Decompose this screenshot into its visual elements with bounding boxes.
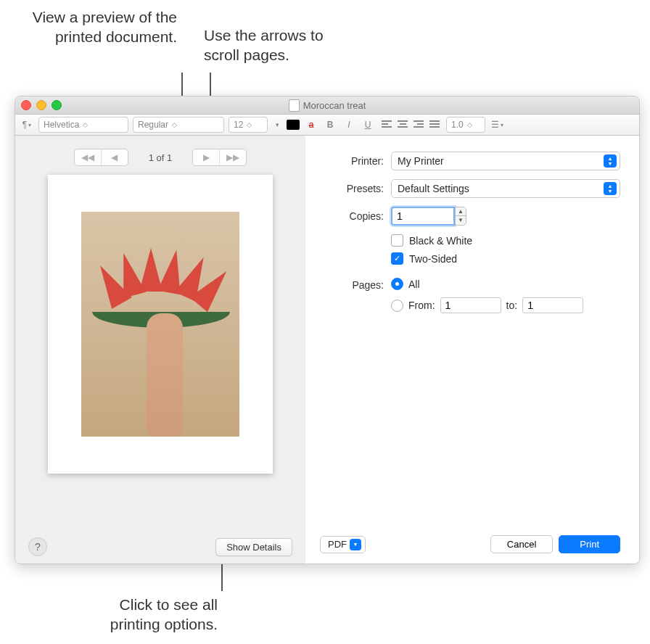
printer-value: My Printer xyxy=(398,155,444,167)
black-white-label: Black & White xyxy=(409,235,472,247)
strikethrough-color-icon[interactable]: a xyxy=(304,117,318,132)
chevron-down-icon: ▼ xyxy=(350,539,361,550)
align-left-icon[interactable] xyxy=(379,117,394,132)
align-justify-icon[interactable] xyxy=(427,117,442,132)
window-title-text: Moroccan treat xyxy=(303,100,366,111)
popup-arrows-icon: ▲▼ xyxy=(604,182,617,195)
page-thumbnail xyxy=(48,175,273,474)
dialog-footer: PDF ▼ Cancel Print xyxy=(320,525,620,553)
preview-footer: ? Show Details xyxy=(28,527,292,556)
black-white-row: Black & White xyxy=(391,234,620,247)
pages-all-row: All xyxy=(391,278,583,290)
presets-row: Presets: Default Settings ▲▼ xyxy=(320,179,620,198)
list-style-icon[interactable]: ☰▾ xyxy=(490,117,504,132)
align-right-icon[interactable] xyxy=(411,117,426,132)
pages-range-row: From: to: xyxy=(391,297,583,313)
black-white-checkbox[interactable] xyxy=(391,234,403,247)
line-spacing-popup[interactable]: 1.0◇ xyxy=(446,117,485,133)
font-size-value: 12 xyxy=(234,120,243,130)
copies-stepper: ▲ ▼ xyxy=(391,207,466,226)
printer-popup[interactable]: My Printer ▲▼ xyxy=(391,152,620,170)
pages-all-label: All xyxy=(408,278,420,290)
two-sided-label: Two-Sided xyxy=(409,253,457,265)
watermelon-illustration xyxy=(92,248,230,321)
pages-options: All From: to: xyxy=(391,278,583,313)
copies-label: Copies: xyxy=(320,210,391,222)
printer-row: Printer: My Printer ▲▼ xyxy=(320,152,620,170)
annotation-arrows: Use the arrows to scroll pages. xyxy=(204,25,342,65)
presets-label: Presets: xyxy=(320,183,391,194)
document-photo xyxy=(81,212,239,437)
first-page-button[interactable]: ◀◀ xyxy=(75,149,101,165)
presets-popup[interactable]: Default Settings ▲▼ xyxy=(391,179,620,198)
page-navigator: ◀◀ ◀ 1 of 1 ▶ ▶▶ xyxy=(28,149,292,166)
format-toolbar: ¶▾ Helvetica◇ Regular◇ 12◇ ▾ a B I U 1.0… xyxy=(15,115,639,136)
alignment-group xyxy=(379,117,442,132)
page-prev-group: ◀◀ ◀ xyxy=(74,149,128,166)
font-style-popup[interactable]: Regular◇ xyxy=(133,117,224,133)
align-center-icon[interactable] xyxy=(395,117,410,132)
bold-button[interactable]: B xyxy=(323,117,337,132)
copies-input[interactable] xyxy=(391,207,455,226)
font-size-popup[interactable]: 12◇ xyxy=(229,117,268,133)
app-window: Moroccan treat ¶▾ Helvetica◇ Regular◇ 12… xyxy=(15,96,640,564)
titlebar: Moroccan treat xyxy=(15,96,639,115)
copies-row: Copies: ▲ ▼ xyxy=(320,207,620,226)
font-family-value: Helvetica xyxy=(44,120,79,130)
print-dialog: ◀◀ ◀ 1 of 1 ▶ ▶▶ xyxy=(15,136,639,564)
presets-value: Default Settings xyxy=(398,183,469,194)
line-spacing-value: 1.0 xyxy=(451,120,464,130)
pages-to-label: to: xyxy=(506,300,518,311)
copies-step-buttons: ▲ ▼ xyxy=(455,207,466,226)
paragraph-menu[interactable]: ¶▾ xyxy=(20,117,34,132)
page-preview-area xyxy=(28,175,292,527)
pages-range-radio[interactable] xyxy=(391,300,403,312)
pages-from-label: From: xyxy=(408,300,435,311)
pdf-menu-button[interactable]: PDF ▼ xyxy=(320,536,366,553)
printer-label: Printer: xyxy=(320,155,391,167)
popup-arrows-icon: ▲▼ xyxy=(604,154,617,168)
window-title: Moroccan treat xyxy=(15,99,639,112)
copies-step-up[interactable]: ▲ xyxy=(456,207,466,216)
copies-step-down[interactable]: ▼ xyxy=(456,216,466,224)
font-family-popup[interactable]: Helvetica◇ xyxy=(38,117,128,133)
font-size-dropdown[interactable]: ▾ xyxy=(272,117,282,132)
pages-all-radio[interactable] xyxy=(391,278,403,290)
print-options-pane: Printer: My Printer ▲▼ Presets: Default … xyxy=(305,136,639,564)
preview-pane: ◀◀ ◀ 1 of 1 ▶ ▶▶ xyxy=(15,136,305,564)
help-button[interactable]: ? xyxy=(28,537,47,556)
annotation-preview: View a preview of the printed document. xyxy=(25,7,177,47)
text-color-swatch[interactable] xyxy=(287,120,300,130)
annotation-details: Click to see all printing options. xyxy=(80,595,218,635)
next-page-button[interactable]: ▶ xyxy=(193,149,219,165)
pages-row: Pages: All From: to: xyxy=(320,278,620,313)
pages-to-input[interactable] xyxy=(522,297,583,313)
pdf-label: PDF xyxy=(328,539,347,550)
cancel-button[interactable]: Cancel xyxy=(490,535,553,553)
last-page-button[interactable]: ▶▶ xyxy=(220,149,246,165)
italic-button[interactable]: I xyxy=(342,117,356,132)
print-button[interactable]: Print xyxy=(559,535,620,553)
page-next-group: ▶ ▶▶ xyxy=(192,149,247,166)
two-sided-row: ✓ Two-Sided xyxy=(391,252,620,265)
page-indicator: 1 of 1 xyxy=(136,152,186,163)
document-icon xyxy=(289,99,300,112)
prev-page-button[interactable]: ◀ xyxy=(102,149,128,165)
pages-label: Pages: xyxy=(320,278,391,291)
font-style-value: Regular xyxy=(138,120,168,130)
show-details-button[interactable]: Show Details xyxy=(215,538,292,556)
underline-button[interactable]: U xyxy=(361,117,375,132)
pages-from-input[interactable] xyxy=(440,297,501,313)
hand-illustration xyxy=(147,313,183,437)
two-sided-checkbox[interactable]: ✓ xyxy=(391,252,403,265)
